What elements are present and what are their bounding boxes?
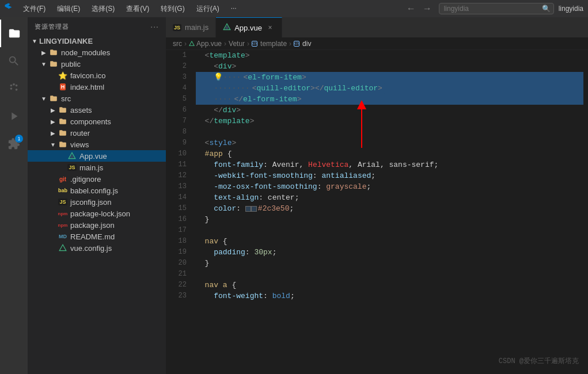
chevron-down-icon: ▼: [39, 61, 48, 67]
tree-item-vue-config[interactable]: vue.config.js: [28, 242, 166, 254]
line-num-20: 20: [166, 258, 187, 269]
activity-item-explorer[interactable]: [0, 20, 28, 47]
tree-item-views[interactable]: ▼ views: [28, 139, 166, 150]
tree-item-assets[interactable]: ▶ assets: [28, 104, 166, 116]
line-num-1: 1: [166, 50, 187, 61]
extensions-badge: 1: [15, 135, 23, 143]
line-num-4: 4: [166, 83, 187, 94]
tree-item-pkg-lock[interactable]: npm package-lock.json: [28, 208, 166, 219]
line-num-18: 18: [166, 236, 187, 247]
html-icon: H: [58, 82, 68, 91]
tree-item-babel[interactable]: bab babel.config.js: [28, 185, 166, 196]
tab-bar: JS main.js App.vue ×: [166, 17, 588, 37]
line-num-12: 12: [166, 170, 187, 181]
username-label: lingyidia: [559, 5, 583, 13]
code-line-3: 💡····<el-form-item>: [196, 72, 583, 83]
tree-label-views: views: [70, 140, 89, 149]
code-line-2: <div>: [196, 61, 583, 72]
code-line-5: ····</el-form-item>: [196, 94, 583, 105]
tree-item-node-modules[interactable]: ▶ node_modules: [28, 47, 166, 58]
tree-item-components[interactable]: ▶ components: [28, 116, 166, 127]
activity-item-search[interactable]: [0, 47, 28, 75]
tree-label-vue-config: vue.config.js: [70, 244, 112, 253]
forward-button[interactable]: →: [420, 2, 434, 15]
menu-bar: 文件(F) 编辑(E) 选择(S) 查看(V) 转到(G) 运行(A) ···: [18, 3, 404, 15]
menu-more[interactable]: ···: [226, 3, 241, 15]
babel-icon: bab: [58, 186, 68, 195]
breadcrumb-vetur[interactable]: Vetur: [229, 40, 245, 48]
line-num-14: 14: [166, 192, 187, 203]
search-input[interactable]: [439, 3, 554, 14]
tab-main-js[interactable]: JS main.js: [166, 17, 216, 37]
tree-item-main-js-src[interactable]: JS main.js: [28, 162, 166, 173]
tree-item-pkg-json[interactable]: npm package.json: [28, 219, 166, 231]
vue-icon-config: [58, 243, 68, 253]
code-line-12: -webkit-font-smoothing: antialiased;: [196, 170, 583, 181]
code-line-14: text-align: center;: [196, 192, 583, 203]
tree-item-public[interactable]: ▼ public: [28, 58, 166, 70]
svg-marker-5: [189, 41, 194, 45]
code-line-6: </div>: [196, 105, 583, 116]
tree-label-pkg-lock: package-lock.json: [70, 209, 130, 218]
folder-open-icon-src: [48, 94, 59, 103]
menu-goto[interactable]: 转到(G): [156, 3, 189, 15]
code-line-23: font-weight: bold;: [196, 291, 583, 302]
line-num-5: 5: [166, 94, 187, 105]
menu-select[interactable]: 选择(S): [87, 3, 119, 15]
breadcrumb-template[interactable]: </> template: [252, 40, 287, 48]
tree-item-index-html[interactable]: H index.html: [28, 81, 166, 93]
activity-item-extensions[interactable]: 1: [0, 130, 28, 158]
back-button[interactable]: ←: [404, 2, 418, 15]
tree-item-router[interactable]: ▶ router: [28, 127, 166, 139]
code-line-7: </template>: [196, 116, 583, 127]
line-num-16: 16: [166, 214, 187, 225]
tree-item-gitignore[interactable]: git .gitignore: [28, 173, 166, 185]
line-num-17: 17: [166, 225, 187, 236]
sidebar-header: 资源管理器 ···: [28, 17, 166, 36]
breadcrumb-app-vue[interactable]: App.vue: [189, 40, 222, 48]
menu-edit[interactable]: 编辑(E): [52, 3, 85, 15]
tree-item-favicon[interactable]: ⭐ favicon.ico: [28, 70, 166, 81]
code-content[interactable]: <template> <div> 💡····<el-form-item> ···…: [191, 50, 588, 374]
breadcrumb-div[interactable]: </> div: [294, 40, 311, 48]
line-num-23: 23: [166, 291, 187, 302]
menu-view[interactable]: 查看(V): [122, 3, 154, 15]
npm-icon-pkg: npm: [58, 220, 68, 230]
js-icon-jsconfig: JS: [58, 197, 68, 207]
folder-icon-router: [58, 128, 68, 138]
tree-item-jsconfig[interactable]: JS jsconfig.json: [28, 196, 166, 208]
tree-label-jsconfig: jsconfig.json: [70, 198, 112, 207]
sidebar-actions[interactable]: ···: [150, 22, 159, 31]
code-line-19: padding: 30px;: [196, 247, 583, 258]
tree-item-readme[interactable]: MD README.md: [28, 231, 166, 242]
chevron-down-icon: ▼: [39, 96, 48, 102]
line-num-10: 10: [166, 148, 187, 159]
tab-close-button[interactable]: ×: [265, 23, 275, 32]
line-num-6: 6: [166, 105, 187, 116]
activity-item-run[interactable]: [0, 102, 28, 130]
tab-app-vue[interactable]: App.vue ×: [216, 17, 282, 37]
svg-marker-2: [59, 245, 66, 251]
code-line-11: font-family: Avenir, Helvetica, Arial, s…: [196, 159, 583, 170]
title-bar: 文件(F) 编辑(E) 选择(S) 查看(V) 转到(G) 运行(A) ··· …: [0, 0, 588, 17]
code-line-10: #app {: [196, 148, 583, 159]
menu-run[interactable]: 运行(A): [192, 3, 224, 15]
activity-bar: 1: [0, 17, 28, 374]
code-line-22: nav a {: [196, 280, 583, 291]
editor-area: JS main.js App.vue × src › App.vue › Vet…: [166, 17, 588, 374]
js-tab-icon: JS: [173, 24, 181, 31]
sidebar: 资源管理器 ··· ▼ LINGYIDIANKE ▶ node_modules: [28, 17, 166, 374]
code-editor: 1 2 3 4 5 6 7 8 9 10 11 12 13 14 15 16 1…: [166, 50, 588, 374]
breadcrumb-sep-4: ›: [289, 40, 291, 48]
tree-item-root[interactable]: ▼ LINGYIDIANKE: [28, 36, 166, 47]
breadcrumb-src[interactable]: src: [173, 40, 182, 48]
tree-item-app-vue[interactable]: App.vue: [28, 150, 166, 162]
breadcrumb: src › App.vue › Vetur › </> template › <…: [166, 37, 588, 50]
line-num-9: 9: [166, 138, 187, 148]
chevron-right-icon: ▶: [48, 119, 58, 125]
menu-file[interactable]: 文件(F): [18, 3, 50, 15]
chevron-right-icon: ▶: [39, 49, 48, 56]
line-num-8: 8: [166, 127, 187, 138]
activity-item-source-control[interactable]: [0, 75, 28, 102]
tree-item-src[interactable]: ▼ src: [28, 93, 166, 104]
